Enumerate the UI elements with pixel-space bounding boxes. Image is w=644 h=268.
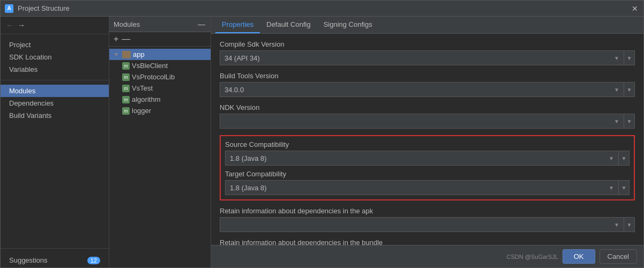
tree-item-app-label: app — [133, 50, 145, 58]
title-controls: ✕ — [631, 4, 639, 13]
ok-button[interactable]: OK — [563, 249, 595, 264]
tree-toggle-app: ▼ — [114, 51, 120, 57]
source-compat-select[interactable]: 1.8 (Java 8) ▼ — [225, 151, 619, 166]
build-tools-label: Build Tools Version — [220, 72, 635, 80]
source-compat-scroll: ▼ — [619, 151, 630, 166]
build-tools-arrow: ▼ — [614, 87, 619, 93]
modules-toolbar: + — — [109, 32, 211, 47]
cancel-button[interactable]: Cancel — [600, 249, 637, 264]
sidebar-bottom-divider — [1, 248, 109, 249]
tree-item-logger[interactable]: m logger — [109, 105, 211, 116]
retain-bundle-label: Retain information about dependencies in… — [220, 239, 635, 245]
retain-apk-row: ▼ ▼ — [220, 217, 635, 232]
panel-content: Compile Sdk Version 34 (API 34) ▼ ▼ Buil… — [211, 34, 643, 245]
sidebar-item-dependencies[interactable]: Dependencies — [1, 97, 109, 109]
tree-item-vstest[interactable]: m VsTest — [109, 83, 211, 94]
sidebar-divider — [1, 80, 109, 80]
tab-properties[interactable]: Properties — [215, 17, 260, 33]
tree-item-vsprotocollib[interactable]: m VsProtocolLib — [109, 71, 211, 83]
compile-sdk-row: 34 (API 34) ▼ ▼ — [220, 50, 635, 65]
tree-item-algorithm-label: algorithm — [132, 95, 160, 103]
properties-panel: Properties Default Config Signing Config… — [211, 17, 643, 267]
tree-item-vstest-label: VsTest — [132, 84, 153, 92]
window-title: Project Structure — [18, 4, 70, 12]
app-icon: A — [5, 4, 13, 13]
sidebar-item-project[interactable]: Project — [1, 39, 109, 51]
compatibility-section: Source Compatibility 1.8 (Java 8) ▼ ▼ Ta… — [220, 135, 635, 200]
add-module-button[interactable]: + — [114, 34, 118, 44]
target-compat-scroll: ▼ — [619, 180, 630, 195]
module-icon-algorithm: m — [122, 96, 130, 103]
source-compat-row: 1.8 (Java 8) ▼ ▼ — [225, 151, 630, 166]
retain-bundle-group: Retain information about dependencies in… — [220, 239, 635, 245]
target-compat-group: Target Compatibility 1.8 (Java 8) ▼ ▼ — [225, 170, 630, 195]
tree-item-vsbeclient[interactable]: m VsBleClient — [109, 60, 211, 71]
suggestions-badge[interactable]: 12 — [87, 257, 100, 264]
source-compat-arrow: ▼ — [609, 155, 614, 161]
main-content: ← → Project SDK Location Variables Modul… — [1, 17, 643, 267]
tab-default-config[interactable]: Default Config — [260, 17, 317, 33]
compile-sdk-scroll: ▼ — [624, 50, 635, 65]
sidebar-item-variables[interactable]: Variables — [1, 63, 109, 76]
tree-item-vsprotocollib-label: VsProtocolLib — [132, 73, 175, 81]
target-compat-label: Target Compatibility — [225, 170, 630, 178]
target-compat-arrow: ▼ — [609, 185, 614, 191]
module-icon-vsbeclient: m — [122, 62, 130, 70]
ndk-version-arrow: ▼ — [614, 118, 619, 124]
module-icon-logger: m — [122, 107, 130, 115]
main-window: A Project Structure ✕ ← → Project SDK Lo… — [0, 0, 644, 268]
source-compat-group: Source Compatibility 1.8 (Java 8) ▼ ▼ — [225, 140, 630, 166]
module-icon-vstest: m — [122, 85, 130, 92]
compile-sdk-group: Compile Sdk Version 34 (API 34) ▼ ▼ — [220, 40, 635, 65]
build-tools-scroll: ▼ — [624, 82, 635, 97]
sidebar-item-sdk-location[interactable]: SDK Location — [1, 51, 109, 63]
build-tools-row: 34.0.0 ▼ ▼ — [220, 82, 635, 97]
retain-apk-label: Retain information about dependencies in… — [220, 207, 635, 215]
sidebar-item-build-variants[interactable]: Build Variants — [1, 109, 109, 122]
sidebar-item-modules[interactable]: Modules — [1, 85, 109, 97]
retain-apk-arrow: ▼ — [614, 222, 619, 228]
remove-module-button[interactable]: — — [122, 34, 130, 44]
sidebar-nav: ← → — [1, 17, 109, 34]
source-compat-label: Source Compatibility — [225, 140, 630, 148]
modules-tree: ▼ app m VsBleClient m VsProtocolLib m — [109, 47, 211, 267]
tree-item-app[interactable]: ▼ app — [109, 49, 211, 60]
modules-title: Modules — [114, 20, 140, 28]
nav-back-button[interactable]: ← — [5, 20, 14, 31]
bottom-bar: CSDN @SuGarSJL OK Cancel — [211, 245, 643, 267]
title-bar-left: A Project Structure — [5, 4, 70, 13]
ndk-version-select[interactable]: ▼ — [220, 114, 624, 129]
modules-header: Modules — — [109, 17, 211, 32]
retain-apk-scroll: ▼ — [624, 217, 635, 232]
retain-apk-select[interactable]: ▼ — [220, 217, 624, 232]
watermark: CSDN @SuGarSJL — [507, 254, 558, 260]
build-tools-select[interactable]: 34.0.0 ▼ — [220, 82, 624, 97]
folder-icon — [122, 51, 131, 58]
target-compat-row: 1.8 (Java 8) ▼ ▼ — [225, 180, 630, 195]
tree-item-vsbeclient-label: VsBleClient — [132, 62, 168, 70]
compile-sdk-select[interactable]: 34 (API 34) ▼ — [220, 50, 624, 65]
suggestions-label: Suggestions — [9, 256, 48, 264]
tabs-bar: Properties Default Config Signing Config… — [211, 17, 643, 34]
tree-item-algorithm[interactable]: m algorithm — [109, 94, 211, 105]
compile-sdk-arrow: ▼ — [614, 55, 619, 61]
close-button[interactable]: ✕ — [631, 4, 639, 13]
build-tools-group: Build Tools Version 34.0.0 ▼ ▼ — [220, 72, 635, 97]
sidebar-bottom: Suggestions 12 — [1, 253, 109, 267]
minimize-button[interactable]: — — [197, 20, 206, 28]
sidebar: ← → Project SDK Location Variables Modul… — [1, 17, 109, 267]
title-bar: A Project Structure ✕ — [1, 1, 643, 17]
sidebar-items: Project SDK Location Variables Modules D… — [1, 34, 109, 244]
tree-item-logger-label: logger — [132, 107, 151, 115]
target-compat-select[interactable]: 1.8 (Java 8) ▼ — [225, 180, 619, 195]
compile-sdk-label: Compile Sdk Version — [220, 40, 635, 48]
module-icon-vsprotocollib: m — [122, 73, 130, 81]
ndk-version-group: NDK Version ▼ ▼ — [220, 103, 635, 129]
modules-panel: Modules — + — ▼ app m VsBleClient — [109, 17, 211, 267]
ndk-version-scroll: ▼ — [624, 114, 635, 129]
ndk-version-label: NDK Version — [220, 103, 635, 111]
retain-apk-group: Retain information about dependencies in… — [220, 207, 635, 232]
tab-signing-configs[interactable]: Signing Configs — [317, 17, 379, 33]
nav-forward-button[interactable]: → — [17, 20, 26, 31]
ndk-version-row: ▼ ▼ — [220, 114, 635, 129]
